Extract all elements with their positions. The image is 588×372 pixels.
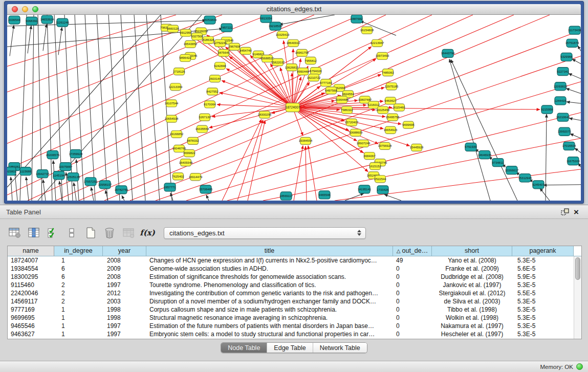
column-header-year[interactable]: year bbox=[103, 246, 146, 256]
graph-node-label: 11173436 bbox=[568, 29, 581, 32]
graph-node-label: 10958107 bbox=[98, 183, 112, 186]
graph-node-label: 13626815 bbox=[285, 66, 299, 69]
table-cell: 1998 bbox=[103, 314, 146, 322]
graph-node-label: 2967608 bbox=[228, 45, 241, 48]
table-row[interactable]: 946554611997Estimation of the future num… bbox=[8, 322, 581, 330]
graph-node-label: 20206576 bbox=[46, 154, 60, 157]
table-cell: 1 bbox=[54, 330, 103, 338]
graph-node-label: 15688520 bbox=[260, 57, 274, 60]
graph-edge bbox=[11, 177, 12, 201]
new-column-icon[interactable] bbox=[84, 227, 97, 239]
graph-node-label: 2857771 bbox=[164, 186, 176, 189]
deselect-all-icon[interactable] bbox=[65, 227, 78, 239]
graph-node-label: 9912955 bbox=[180, 31, 192, 34]
graph-node-label: 12505135 bbox=[67, 176, 80, 179]
graph-node-label: 8990448 bbox=[297, 70, 309, 73]
table-cell: 0 bbox=[393, 265, 432, 273]
graph-node-label: 3684067 bbox=[363, 155, 376, 158]
table-row[interactable]: 1456911722003Disruption of a novel membe… bbox=[8, 297, 581, 305]
graph-edge bbox=[293, 107, 383, 129]
column-header-name[interactable]: name bbox=[8, 246, 54, 256]
select-all-icon[interactable] bbox=[46, 227, 59, 239]
table-cell: 1997 bbox=[103, 330, 146, 338]
table-cell: 1 bbox=[54, 305, 103, 314]
graph-node-label: 6791939 bbox=[465, 145, 477, 148]
table-row[interactable]: 2242004622012Investigating the contribut… bbox=[8, 289, 581, 297]
graph-edge bbox=[10, 25, 14, 56]
network-canvas[interactable]: 1872400779638229660128991295515226058932… bbox=[7, 15, 581, 201]
table-selector-value: citations_edges.txt bbox=[169, 229, 357, 237]
graph-edge bbox=[105, 190, 108, 201]
graph-edge bbox=[279, 15, 335, 25]
table-row[interactable]: 1830029562008Estimation of significance … bbox=[8, 273, 581, 281]
column-header-out-de-[interactable]: △out_de… bbox=[393, 246, 432, 256]
table-row[interactable]: 946362711997Embryonic stem cells: a mode… bbox=[8, 330, 581, 338]
show-columns-icon[interactable] bbox=[27, 227, 40, 239]
column-header-in-degree[interactable]: in_degree bbox=[54, 246, 103, 256]
table-cell: Stergiakouli et al. (2012) bbox=[432, 289, 512, 297]
graph-node-label: 3875645 bbox=[217, 51, 230, 54]
graph-node-label: 17016504 bbox=[562, 144, 576, 147]
network-window: citations_edges.txt 18724007796382296601… bbox=[4, 1, 584, 204]
table-cell: 0 bbox=[393, 322, 432, 330]
table-cell: 1 bbox=[54, 314, 103, 322]
graph-node-label: 16154808 bbox=[360, 29, 374, 32]
tab-edge-table[interactable]: Edge Table bbox=[267, 343, 312, 353]
graph-node-label: 6497568 bbox=[325, 89, 337, 92]
graph-node-label: 16409348 bbox=[179, 161, 193, 164]
delete-column-icon[interactable] bbox=[103, 227, 116, 239]
table-cell: 2 bbox=[54, 297, 103, 305]
graph-edge bbox=[578, 46, 581, 51]
graph-node-label: 13992071 bbox=[558, 130, 572, 133]
table-cell: 19384554 bbox=[8, 265, 54, 273]
graph-node-label: 10688609 bbox=[349, 131, 363, 134]
column-header-short[interactable]: short bbox=[432, 246, 512, 256]
network-graph[interactable]: 1872400779638229660128991295515226058932… bbox=[7, 15, 581, 201]
graph-node-label: 14646935 bbox=[478, 154, 492, 157]
table-cell: 0 bbox=[393, 314, 432, 322]
table-cell: Changes of HCN gene expression and I(f) … bbox=[146, 256, 393, 265]
graph-node-label: 16654923 bbox=[384, 128, 398, 132]
graph-edge bbox=[28, 26, 31, 53]
graph-node-label: 15822037 bbox=[271, 61, 285, 64]
column-header-title[interactable]: title bbox=[146, 246, 393, 256]
graph-edge bbox=[7, 15, 161, 187]
column-header-pagerank[interactable]: pagerank bbox=[512, 246, 574, 256]
close-panel-icon[interactable]: × bbox=[571, 207, 582, 216]
graph-node-label: 3915801 bbox=[7, 170, 16, 173]
graph-node-label: 9734811 bbox=[492, 161, 505, 164]
graph-node-label: 9227341 bbox=[557, 70, 569, 73]
graph-node-label: 15445928 bbox=[410, 146, 424, 149]
graph-node-label: 9465546 bbox=[318, 193, 331, 196]
graph-node-label: 16053809 bbox=[203, 18, 217, 21]
scrollbar-thumb[interactable] bbox=[575, 257, 580, 280]
memory-status-dot[interactable] bbox=[576, 363, 583, 370]
table-vertical-scrollbar[interactable] bbox=[574, 256, 581, 339]
table-row[interactable]: 911546021997Tourette syndrome. Phenomeno… bbox=[8, 281, 581, 289]
table-cell: 0 bbox=[393, 297, 432, 305]
table-cell: 5.3E-5 bbox=[512, 256, 574, 265]
tab-network-table[interactable]: Network Table bbox=[313, 343, 367, 353]
graph-node-label: 16961758 bbox=[295, 51, 309, 54]
table-cell: 5.3E-5 bbox=[512, 281, 574, 289]
table-cell: Nakamura et al. (1997) bbox=[432, 322, 512, 330]
table-row[interactable]: 977716911998Corpus callosum shape and si… bbox=[8, 305, 581, 314]
graph-node-label: 10025458 bbox=[376, 108, 390, 112]
table-selector-dropdown[interactable]: citations_edges.txt bbox=[164, 227, 366, 239]
tab-node-table[interactable]: Node Table bbox=[221, 343, 267, 353]
graph-node-label: 9115460 bbox=[394, 106, 406, 109]
graph-node-label: 7955812 bbox=[304, 59, 317, 62]
delete-table-icon[interactable] bbox=[122, 227, 135, 239]
graph-edge bbox=[97, 15, 107, 201]
table-row[interactable]: 1872400712008Changes of HCN gene express… bbox=[8, 256, 581, 265]
network-window-titlebar[interactable]: citations_edges.txt bbox=[7, 4, 581, 15]
graph-node-label: 16046766 bbox=[172, 147, 186, 150]
table-body: 1872400712008Changes of HCN gene express… bbox=[8, 256, 581, 338]
function-builder-icon[interactable]: f(x) bbox=[141, 227, 154, 239]
graph-node-label: 15751874 bbox=[565, 41, 579, 45]
table-mode-icon[interactable] bbox=[8, 227, 21, 239]
graph-node-label: 19384554 bbox=[299, 139, 313, 142]
table-row[interactable]: 969969511998Structural magnetic resonanc… bbox=[8, 314, 581, 322]
float-panel-icon[interactable] bbox=[559, 207, 571, 216]
table-row[interactable]: 1938455462009Genome-wide association stu… bbox=[8, 265, 581, 273]
